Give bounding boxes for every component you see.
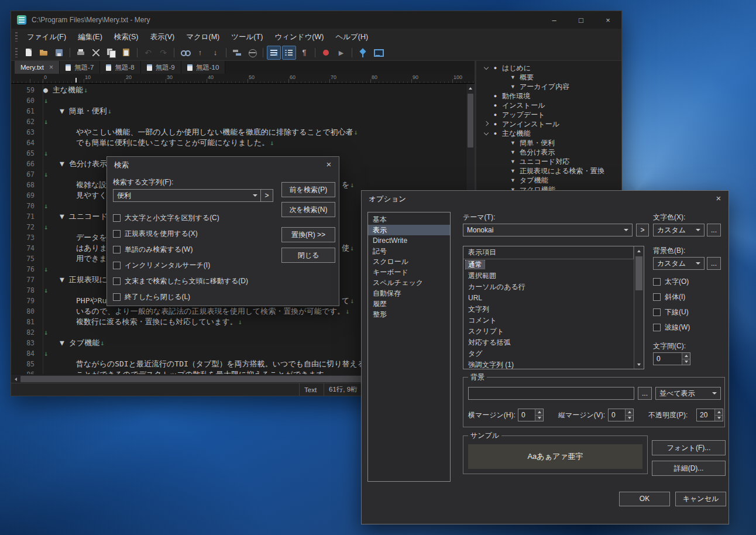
scroll-up-icon[interactable] [634,246,644,255]
copy-button[interactable] [104,46,118,60]
print-button[interactable] [74,46,88,60]
title-bar[interactable]: C:\Program Files\Mery\Mery.txt - Mery – … [11,11,621,29]
tab-無題-8[interactable]: 無題-8 [100,61,140,74]
checkbox-icon[interactable] [113,277,121,285]
save-button[interactable] [52,46,66,60]
close-button[interactable]: × [595,11,621,29]
display-item[interactable]: 強調文字列 (1) [463,359,634,369]
menu-item-5[interactable]: マクロ(M) [180,29,225,45]
search-option-3[interactable]: 単語のみ検索する(W) [113,245,193,254]
menu-item-3[interactable]: 検索(S) [108,29,145,45]
find-previous-button[interactable]: 前を検索(P) [281,182,335,197]
display-item[interactable]: タグ [463,348,634,359]
char-spacing-spinner[interactable]: 0 [653,352,690,365]
undo-button[interactable]: ↶ [141,46,155,60]
options-nav-スクロール[interactable]: スクロール [368,256,450,267]
menu-item-7[interactable]: ウィンドウ(W) [269,29,329,45]
display-item[interactable]: スクリプト [463,326,634,337]
dropdown-arrow-icon[interactable] [624,229,628,231]
outline-item[interactable]: ▼タブ機能 [476,176,621,185]
word-wrap-button[interactable] [267,46,281,60]
bg-color-select[interactable]: カスタム [653,257,705,270]
tab-無題-10[interactable]: 無題-10 [181,61,226,74]
replace-button[interactable]: 置換(R) >> [281,227,335,242]
bg-color-browse-button[interactable]: ... [707,257,721,270]
display-item[interactable]: コメント [463,315,634,326]
line-numbers-button[interactable] [282,46,296,60]
close-dialog-button[interactable]: 閉じる [281,248,335,263]
display-item[interactable]: 対応する括弧 [463,337,634,348]
play-macro-button[interactable]: ▶ [334,46,348,60]
style-option-4[interactable]: 波線(W) [653,323,690,332]
options-nav-履歴[interactable]: 履歴 [368,299,450,309]
spin-down-icon[interactable] [715,416,723,421]
checkbox-icon[interactable] [653,293,661,301]
opacity-spinner[interactable]: 20 [696,409,723,421]
outline-item[interactable]: ●はじめに [476,63,621,73]
options-nav-記号[interactable]: 記号 [368,246,450,256]
h-margin-spinner[interactable]: 0 [518,409,544,421]
outline-item[interactable]: ▼色分け表示 [476,148,621,157]
outline-item[interactable]: ●主な機能 [476,129,621,138]
chevron-collapsed-icon[interactable] [482,120,491,128]
scroll-up-icon[interactable] [466,84,475,92]
find-button[interactable] [178,46,192,60]
close-icon[interactable]: × [709,191,728,207]
outline-item[interactable]: ▼アーカイブ内容 [476,82,621,91]
tab-Mery.txt[interactable]: Mery.txt× [15,61,60,74]
menu-item-1[interactable]: ファイル(F) [21,29,72,45]
detail-button[interactable]: 詳細(D)... [652,461,726,476]
display-item[interactable]: 通常 [463,259,634,270]
expand-history-button[interactable]: > [260,189,273,202]
list-scrollbar[interactable] [634,246,644,369]
grep-button[interactable] [245,46,259,60]
text-color-select[interactable]: カスタム [653,224,705,236]
find-previous-button[interactable]: ↑ [193,46,207,60]
options-dialog-title-bar[interactable]: オプション × [362,191,728,207]
tab-無題-9[interactable]: 無題-9 [141,61,181,74]
outline-item[interactable]: ▼ユニコード対応 [476,157,621,166]
menubar-grip[interactable] [15,32,18,42]
search-option-4[interactable]: インクリメンタルサーチ(I) [113,260,210,270]
outline-item[interactable]: ●インストール [476,101,621,110]
dropdown-arrow-icon[interactable] [696,262,700,265]
list-scroll-thumb[interactable] [635,256,642,290]
spin-down-icon[interactable] [682,359,690,365]
tab-無題-7[interactable]: 無題-7 [60,61,100,74]
style-option-2[interactable]: 斜体(I) [653,292,685,301]
text-color-browse-button[interactable]: ... [707,224,721,236]
replace-button[interactable] [230,46,244,60]
options-nav-基本[interactable]: 基本 [368,214,450,225]
toolbar-grip[interactable] [15,48,18,57]
find-next-button[interactable]: 次を検索(N) [281,202,335,217]
spin-down-icon[interactable] [535,416,543,421]
monitor-button[interactable] [371,46,385,60]
display-item[interactable]: 文字列 [463,304,634,315]
search-option-2[interactable]: 正規表現を使用する(X) [113,229,198,238]
pin-button[interactable] [356,46,370,60]
minimize-button[interactable]: – [541,11,568,29]
tab-close-icon[interactable]: × [49,63,53,71]
outline-item[interactable]: ▼概要 [476,73,621,82]
spin-up-icon[interactable] [715,409,723,416]
menu-item-4[interactable]: 表示(V) [144,29,180,45]
menu-item-8[interactable]: ヘルプ(H) [329,29,374,45]
menu-item-2[interactable]: 編集(E) [72,29,108,45]
special-characters-button[interactable]: ¶ [297,46,311,60]
maximize-button[interactable]: □ [568,11,595,29]
outline-item[interactable]: ●アンインストール [476,119,621,129]
display-item[interactable]: カーソルのある行 [463,282,634,293]
outline-item[interactable]: ●アップデート [476,110,621,119]
options-nav-整形[interactable]: 整形 [368,309,450,320]
outline-item[interactable]: ▼簡単・便利 [476,138,621,148]
theme-select[interactable]: Monokai [463,224,633,236]
background-path-input[interactable] [468,387,634,400]
options-nav-キーボード[interactable]: キーボード [368,267,450,277]
theme-more-button[interactable]: > [636,224,649,236]
search-option-6[interactable]: 終了したら閉じる(L) [113,292,190,301]
checkbox-icon[interactable] [113,246,121,253]
chevron-expanded-icon[interactable] [482,64,491,72]
checkbox-icon[interactable] [113,293,121,301]
horizontal-scroll-thumb[interactable] [20,376,363,382]
dropdown-arrow-icon[interactable] [253,194,257,197]
